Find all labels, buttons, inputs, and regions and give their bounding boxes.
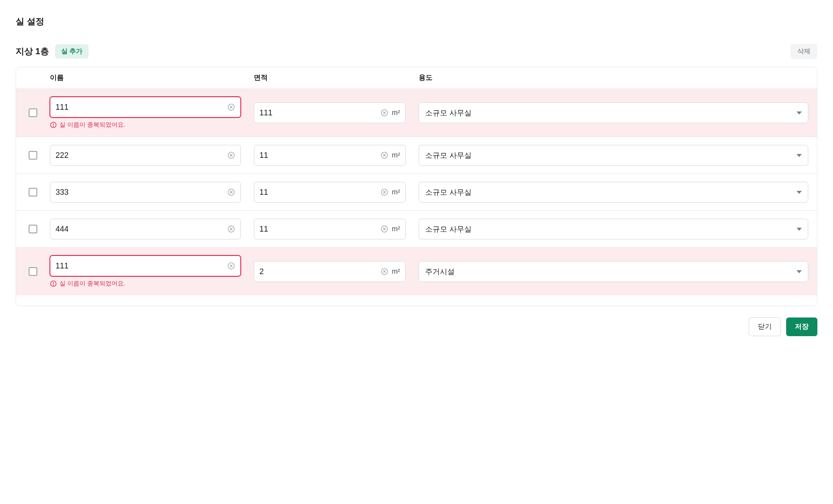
floor-title: 지상 1층: [16, 46, 49, 57]
room-table: 이름 면적 용도 실 이름이 중복되었어요. m² 소규모 사무실: [16, 67, 817, 306]
usage-select[interactable]: 주거시설: [419, 261, 808, 282]
clear-icon[interactable]: [227, 188, 235, 196]
area-input[interactable]: [259, 267, 380, 276]
table-header: 이름 면적 용도: [16, 67, 817, 89]
row-checkbox[interactable]: [29, 188, 37, 196]
table-row: 실 이름이 중복되었어요. m² 주거시설: [16, 248, 817, 295]
error-circle-icon: [50, 280, 57, 287]
area-input-wrap: m²: [254, 219, 406, 239]
name-input[interactable]: [56, 262, 227, 271]
name-input-wrap: [50, 219, 241, 239]
row-checkbox[interactable]: [29, 151, 37, 160]
col-header-area: 면적: [254, 73, 419, 82]
clear-icon[interactable]: [380, 188, 388, 196]
usage-value: 소규모 사무실: [425, 224, 797, 234]
area-input-wrap: m²: [254, 182, 406, 203]
area-unit: m²: [392, 109, 400, 117]
area-input[interactable]: [259, 108, 380, 118]
name-input[interactable]: [56, 225, 227, 234]
area-input-wrap: m²: [254, 261, 406, 282]
usage-select[interactable]: 소규모 사무실: [419, 102, 808, 123]
name-input-wrap: [50, 145, 241, 166]
area-input[interactable]: [259, 151, 380, 160]
error-message: 실 이름이 중복되었어요.: [50, 121, 241, 129]
table-row: m² 소규모 사무실: [16, 137, 817, 174]
name-input-wrap: [50, 97, 241, 118]
chevron-down-icon: [797, 111, 802, 115]
chevron-down-icon: [797, 191, 802, 194]
save-button[interactable]: 저장: [786, 317, 817, 336]
close-button[interactable]: 닫기: [749, 317, 781, 336]
name-input-wrap: [50, 182, 241, 203]
usage-select[interactable]: 소규모 사무실: [419, 145, 808, 166]
clear-icon[interactable]: [227, 262, 235, 270]
row-checkbox[interactable]: [29, 108, 37, 117]
table-row: m² 소규모 사무실: [16, 211, 817, 248]
clear-icon[interactable]: [380, 268, 388, 275]
svg-point-3: [53, 126, 54, 127]
error-circle-icon: [50, 121, 57, 128]
chevron-down-icon: [797, 154, 802, 157]
area-input-wrap: m²: [254, 145, 406, 166]
footer-actions: 닫기 저장: [16, 317, 817, 336]
area-unit: m²: [392, 151, 400, 159]
usage-value: 소규모 사무실: [425, 108, 797, 118]
usage-value: 주거시설: [425, 267, 797, 277]
svg-point-14: [53, 285, 54, 285]
floor-header: 지상 1층 실 추가 삭제: [16, 44, 817, 59]
clear-icon[interactable]: [380, 109, 388, 117]
page-title: 실 설정: [16, 16, 817, 27]
area-unit: m²: [392, 268, 400, 275]
clear-icon[interactable]: [227, 103, 235, 111]
delete-button[interactable]: 삭제: [790, 44, 817, 59]
name-input[interactable]: [56, 103, 227, 112]
row-checkbox[interactable]: [29, 225, 37, 233]
chevron-down-icon: [797, 270, 802, 273]
usage-value: 소규모 사무실: [425, 151, 797, 160]
usage-value: 소규모 사무실: [425, 187, 797, 197]
table-row: 실 이름이 중복되었어요. m² 소규모 사무실: [16, 89, 817, 137]
usage-select[interactable]: 소규모 사무실: [419, 219, 808, 239]
area-input[interactable]: [259, 188, 380, 197]
col-header-usage: 용도: [419, 73, 817, 82]
clear-icon[interactable]: [380, 151, 388, 159]
name-input-wrap: [50, 255, 241, 276]
area-input[interactable]: [259, 225, 380, 234]
clear-icon[interactable]: [227, 151, 235, 159]
area-input-wrap: m²: [254, 102, 406, 123]
col-header-name: 이름: [50, 73, 254, 82]
chevron-down-icon: [797, 228, 802, 231]
error-message: 실 이름이 중복되었어요.: [50, 280, 241, 288]
add-room-button[interactable]: 실 추가: [55, 44, 89, 59]
name-input[interactable]: [56, 151, 227, 160]
clear-icon[interactable]: [380, 225, 388, 233]
table-row: m² 소규모 사무실: [16, 174, 817, 211]
usage-select[interactable]: 소규모 사무실: [419, 182, 808, 203]
area-unit: m²: [392, 225, 400, 233]
name-input[interactable]: [56, 188, 227, 197]
row-checkbox[interactable]: [29, 267, 37, 276]
clear-icon[interactable]: [227, 225, 235, 233]
area-unit: m²: [392, 188, 400, 196]
